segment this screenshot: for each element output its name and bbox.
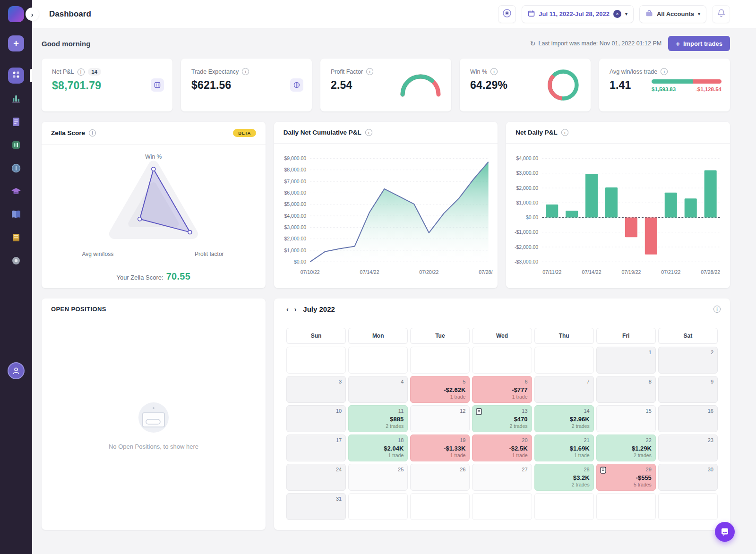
accounts-dropdown[interactable]: All Accounts ▾ bbox=[639, 5, 706, 23]
avg-loss-amount: -$1,128.54 bbox=[696, 86, 722, 92]
calendar-prev-button[interactable]: ‹ bbox=[284, 306, 292, 313]
sidebar-item-reports[interactable] bbox=[8, 91, 24, 107]
svg-text:07/11/22: 07/11/22 bbox=[542, 269, 561, 275]
svg-text:07/21/22: 07/21/22 bbox=[662, 269, 681, 275]
zella-radar-chart: Win %Avg win/lossProfit factor bbox=[42, 145, 266, 271]
user-avatar[interactable] bbox=[8, 362, 25, 379]
info-icon[interactable]: i bbox=[366, 68, 373, 75]
net-daily-pnl-chart: -$3,000.00-$2,000.00-$1,000.00$0.00$1,00… bbox=[506, 144, 730, 288]
journal-note-icon[interactable] bbox=[476, 408, 482, 417]
calendar-day-28[interactable]: 28$3.2K2 trades bbox=[534, 464, 594, 491]
svg-text:07/28/22: 07/28/22 bbox=[701, 269, 721, 275]
calendar-day-27[interactable]: 27 bbox=[472, 464, 532, 491]
info-icon[interactable]: i bbox=[89, 129, 96, 136]
calendar-day-30[interactable]: 30 bbox=[658, 464, 718, 491]
calendar-day-8[interactable]: 8 bbox=[596, 376, 656, 403]
calendar-day-header: Wed bbox=[472, 328, 532, 344]
day-trade-count: 2 trades bbox=[476, 423, 527, 429]
date-range-picker[interactable]: Jul 11, 2022-Jul 28, 2022 × ▾ bbox=[522, 5, 634, 23]
sidebar-item-playbook[interactable] bbox=[8, 206, 24, 222]
notifications-button[interactable] bbox=[712, 5, 730, 23]
avg-win-loss-bar: $1,593.83 -$1,128.54 bbox=[652, 79, 722, 92]
calendar-day-4[interactable]: 4 bbox=[348, 376, 408, 403]
sidebar-item-journal[interactable] bbox=[8, 114, 24, 130]
info-icon[interactable]: i bbox=[242, 68, 249, 75]
calendar-day-21[interactable]: 21$1.69K1 trade bbox=[534, 435, 594, 461]
svg-text:-$2,000.00: -$2,000.00 bbox=[515, 244, 538, 250]
calendar-day-9[interactable]: 9 bbox=[658, 376, 718, 403]
calendar-day-20[interactable]: 20-$2.5K1 trade bbox=[472, 435, 532, 461]
info-icon[interactable]: i bbox=[713, 306, 721, 313]
calendar-day-16[interactable]: 16 bbox=[658, 405, 718, 432]
calendar-day-13[interactable]: 13$4702 trades bbox=[472, 405, 532, 432]
calendar-day-6[interactable]: 6-$7771 trade bbox=[472, 376, 532, 403]
profit-factor-card: Profit Factor i 2.54 bbox=[320, 59, 451, 111]
briefcase-icon bbox=[645, 10, 653, 18]
info-icon[interactable]: i bbox=[561, 129, 568, 136]
calendar-day-12[interactable]: 12 bbox=[410, 405, 470, 432]
calendar-day-11[interactable]: 11$8852 trades bbox=[348, 405, 408, 432]
trade-expectancy-card: Trade Expectancy i $621.56 bbox=[181, 59, 312, 111]
day-trade-count: 1 trade bbox=[352, 452, 404, 458]
sidebar-item-progress[interactable] bbox=[8, 253, 24, 269]
dashboard-grid-icon bbox=[11, 70, 21, 81]
target-icon bbox=[502, 9, 512, 19]
calendar-month-label: July 2022 bbox=[303, 305, 335, 313]
add-button[interactable]: + bbox=[8, 35, 24, 51]
calendar-day-empty bbox=[286, 347, 346, 374]
svg-text:$3,000.00: $3,000.00 bbox=[284, 224, 306, 230]
sidebar-item-resources[interactable] bbox=[8, 230, 24, 246]
calendar-day-15[interactable]: 15 bbox=[596, 405, 656, 432]
calendar-day-2[interactable]: 2 bbox=[658, 347, 718, 374]
sidebar-item-trades[interactable] bbox=[8, 137, 24, 153]
calendar-day-header: Sun bbox=[286, 328, 346, 344]
calendar-day-26[interactable]: 26 bbox=[410, 464, 470, 491]
calendar-day-14[interactable]: 14$2.96K2 trades bbox=[534, 405, 594, 432]
import-trades-button[interactable]: + Import trades bbox=[668, 36, 730, 51]
calendar-day-empty bbox=[534, 347, 594, 374]
info-icon[interactable]: i bbox=[661, 68, 668, 75]
calendar-day-17[interactable]: 17 bbox=[286, 435, 346, 461]
calendar-next-button[interactable]: › bbox=[292, 306, 300, 313]
calendar-day-7[interactable]: 7 bbox=[534, 376, 594, 403]
calendar-day-10[interactable]: 10 bbox=[286, 405, 346, 432]
net-pnl-calendar-button[interactable] bbox=[151, 78, 164, 92]
profit-factor-label: Profit Factor bbox=[331, 68, 363, 75]
info-icon[interactable]: i bbox=[365, 129, 372, 136]
day-pnl-value: $1.29K bbox=[601, 445, 652, 452]
calendar-day-18[interactable]: 18$2.04K1 trade bbox=[348, 435, 408, 461]
svg-text:$0.00: $0.00 bbox=[294, 259, 306, 264]
calendar-day-empty bbox=[410, 493, 470, 520]
calendar-day-1[interactable]: 1 bbox=[596, 347, 656, 374]
svg-text:07/20/22: 07/20/22 bbox=[419, 269, 438, 275]
calendar-day-3[interactable]: 3 bbox=[286, 376, 346, 403]
calendar-day-25[interactable]: 25 bbox=[348, 464, 408, 491]
trade-count-badge: 14 bbox=[88, 68, 101, 76]
calendar-day-24[interactable]: 24 bbox=[286, 464, 346, 491]
net-pnl-label: Net P&L bbox=[52, 68, 74, 75]
focus-mode-button[interactable] bbox=[498, 5, 516, 23]
sidebar-item-education[interactable] bbox=[8, 183, 24, 199]
chevron-down-icon: ▾ bbox=[698, 11, 700, 17]
sidebar-item-insights[interactable] bbox=[8, 160, 24, 176]
win-pct-label: Win % bbox=[470, 68, 487, 75]
info-icon[interactable]: i bbox=[77, 68, 85, 76]
day-pnl-value: $470 bbox=[476, 416, 527, 423]
trade-expectancy-detail-button[interactable] bbox=[290, 78, 303, 92]
sidebar-item-dashboard[interactable] bbox=[8, 68, 24, 84]
date-range-value: Jul 11, 2022-Jul 28, 2022 bbox=[539, 10, 610, 17]
sidebar-expand-button[interactable]: › bbox=[26, 8, 39, 21]
calendar-day-19[interactable]: 19-$1.33K1 trade bbox=[410, 435, 470, 461]
calendar-day-5[interactable]: 5-$2.62K1 trade bbox=[410, 376, 470, 403]
chat-widget-button[interactable] bbox=[715, 522, 735, 542]
calendar-day-23[interactable]: 23 bbox=[658, 435, 718, 461]
calendar-day-29[interactable]: 29-$5555 trades bbox=[596, 464, 656, 491]
day-trade-count: 2 trades bbox=[539, 423, 590, 429]
clear-date-filter-icon[interactable]: × bbox=[613, 10, 621, 18]
zella-score-value: 70.55 bbox=[166, 271, 191, 281]
cumulative-pnl-card: Daily Net Cumulative P&L i $0.00$1,000.0… bbox=[274, 122, 498, 288]
calendar-day-22[interactable]: 22$1.29K2 trades bbox=[596, 435, 656, 461]
journal-note-icon[interactable] bbox=[600, 467, 606, 476]
calendar-day-31[interactable]: 31 bbox=[286, 493, 346, 520]
info-icon[interactable]: i bbox=[490, 68, 498, 75]
